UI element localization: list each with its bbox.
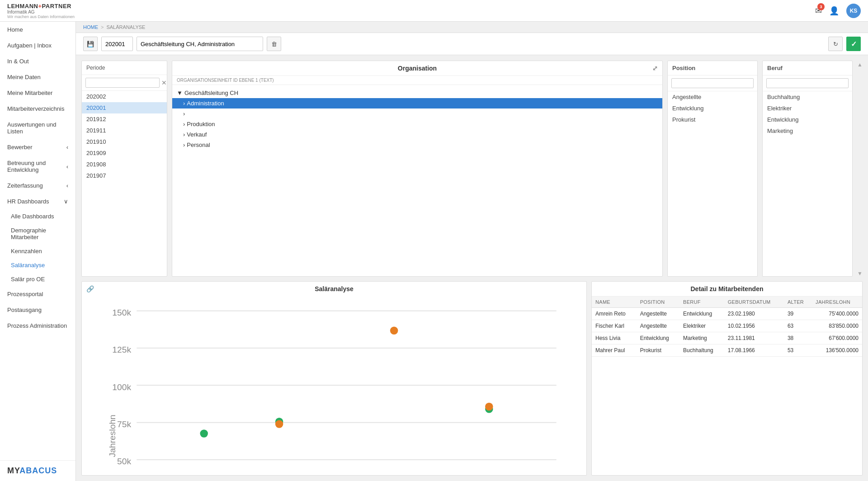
filter-input[interactable] xyxy=(137,37,263,51)
period-input[interactable] xyxy=(101,37,133,51)
org-node-personal[interactable]: › Personal xyxy=(172,140,662,150)
user-menu-button[interactable]: 👤 xyxy=(829,6,839,16)
sidebar-item-prozess-admin[interactable]: Prozess Administration xyxy=(0,318,75,334)
sidebar-item-bewerber[interactable]: Bewerber ‹ xyxy=(0,139,75,155)
sidebar-item-kennzahlen[interactable]: Kennzahlen xyxy=(0,244,75,258)
periode-clear-icon[interactable]: ✕ xyxy=(161,79,167,86)
periode-item[interactable]: 201912 xyxy=(82,113,167,125)
position-header: Position xyxy=(668,61,757,75)
periode-item[interactable]: 201908 xyxy=(82,159,167,170)
position-item-angestellte[interactable]: Angestellte xyxy=(668,91,757,103)
periode-item[interactable]: 201907 xyxy=(82,170,167,181)
user-avatar[interactable]: KS xyxy=(846,4,861,18)
beruf-list: Buchhaltung Elektriker Entwicklung Marke… xyxy=(763,91,852,276)
detail-table: NAME POSITION BERUF GEBURTSDATUM ALTER J… xyxy=(592,297,862,357)
sidebar-item-auswertungen[interactable]: Auswertungen und Listen xyxy=(0,117,75,139)
refresh-button[interactable]: ↻ xyxy=(828,37,843,51)
save-icon-button[interactable]: 💾 xyxy=(83,37,98,51)
org-node-empty[interactable]: › xyxy=(172,108,662,119)
periode-item-selected[interactable]: 202001 xyxy=(82,102,167,113)
chevron-right-icon: › xyxy=(183,110,185,117)
position-panel: Position Angestellte Entwicklung Prokuri… xyxy=(667,61,758,277)
periode-item[interactable]: 201909 xyxy=(82,147,167,159)
periode-item[interactable]: 202002 xyxy=(82,91,167,102)
notifications-button[interactable]: ✉ 3 xyxy=(815,6,822,16)
table-row: Mahrer Paul Prokurist Buchhaltung 17.08.… xyxy=(592,344,862,357)
chevron-right-icon: › xyxy=(183,131,185,138)
cell-position: Angestellte xyxy=(637,320,679,332)
position-list: Angestellte Entwicklung Prokurist xyxy=(668,91,757,276)
sidebar-item-home[interactable]: Home xyxy=(0,22,75,38)
sidebar-item-alle-dashboards[interactable]: Alle Dashboards xyxy=(0,209,75,223)
breadcrumb-home[interactable]: HOME xyxy=(83,24,98,30)
confirm-button[interactable]: ✓ xyxy=(846,37,861,51)
periode-header: Periode xyxy=(82,61,167,75)
cell-jahreslohn: 83'850.0000 xyxy=(812,320,862,332)
delete-button[interactable]: 🗑 xyxy=(267,37,281,51)
chart-title: Saläranalyse xyxy=(82,282,586,296)
header: LEHMANN+PARTNER Informatik AG Wir machen… xyxy=(0,0,868,22)
breadcrumb: HOME > SALÄRANALYSE xyxy=(76,22,868,33)
cell-jahreslohn: 67'600.0000 xyxy=(812,332,862,344)
logo-subtitle: Informatik AG xyxy=(7,9,75,14)
sidebar-item-salar-pro-oe[interactable]: Salär pro OE xyxy=(0,272,75,286)
sidebar-item-prozessportal[interactable]: Prozessportal xyxy=(0,286,75,302)
chevron-down-icon: ∨ xyxy=(64,198,68,205)
table-row: Fischer Karl Angestellte Elektriker 10.0… xyxy=(592,320,862,332)
position-item-prokurist[interactable]: Prokurist xyxy=(668,114,757,125)
expand-icon[interactable]: ⤢ xyxy=(652,65,658,72)
org-search-label: ORGANISATIONSEINHEIT ID EBENE 1 (TEXT) xyxy=(172,75,662,85)
beruf-item-entwicklung[interactable]: Entwicklung xyxy=(763,114,852,125)
position-item-entwicklung[interactable]: Entwicklung xyxy=(668,103,757,114)
beruf-item-elektriker[interactable]: Elektriker xyxy=(763,103,852,114)
scroll-down-button[interactable]: ▼ xyxy=(857,270,863,277)
org-node-administration[interactable]: › Administration xyxy=(172,98,662,108)
detail-panel: Detail zu Mitarbeitenden NAME POSITION B… xyxy=(591,281,863,476)
org-tree: ▼ Geschäftsleitung CH › Administration ›… xyxy=(172,85,662,276)
col-jahreslohn: JAHRESLOHN xyxy=(812,297,862,308)
cell-beruf: Elektriker xyxy=(679,320,724,332)
svg-text:Jahreslohn: Jahreslohn xyxy=(109,415,117,457)
cell-position: Prokurist xyxy=(637,344,679,357)
sidebar-item-postausgang[interactable]: Postausgang xyxy=(0,302,75,318)
sidebar-item-meine-mitarbeiter[interactable]: Meine Mitarbeiter xyxy=(0,85,75,101)
data-point-m-63 xyxy=(485,403,493,411)
cell-name: Fischer Karl xyxy=(592,320,637,332)
sidebar-item-salaranalyse[interactable]: Saläranalyse xyxy=(0,258,75,272)
beruf-item-marketing[interactable]: Marketing xyxy=(763,125,852,137)
org-node-produktion[interactable]: › Produktion xyxy=(172,119,662,129)
chevron-right-icon: › xyxy=(183,141,185,148)
svg-text:100k: 100k xyxy=(112,382,131,392)
link-icon[interactable]: 🔗 xyxy=(86,285,94,292)
data-point-hess xyxy=(200,429,208,438)
sidebar-item-aufgaben[interactable]: Aufgaben | Inbox xyxy=(0,38,75,53)
position-search-input[interactable] xyxy=(671,78,754,88)
sidebar-item-meine-daten[interactable]: Meine Daten xyxy=(0,69,75,85)
periode-item[interactable]: 201910 xyxy=(82,136,167,147)
col-beruf: BERUF xyxy=(679,297,724,308)
col-geburtsdatum: GEBURTSDATUM xyxy=(724,297,784,308)
cell-beruf: Buchhaltung xyxy=(679,344,724,357)
sidebar-item-mitarbeiterverzeichnis[interactable]: Mitarbeiterverzeichnis xyxy=(0,101,75,117)
sidebar-item-in-out[interactable]: In & Out xyxy=(0,53,75,69)
beruf-search xyxy=(763,75,852,91)
cell-name: Hess Livia xyxy=(592,332,637,344)
logo-title: LEHMANN+PARTNER xyxy=(7,3,75,9)
periode-search-input[interactable] xyxy=(85,78,160,88)
sidebar-item-betreuung[interactable]: Betreuung und Entwicklung ‹ xyxy=(0,155,75,178)
sidebar-item-hr-dashboards[interactable]: HR Dashboards ∨ xyxy=(0,193,75,209)
content-area: HOME > SALÄRANALYSE 💾 🗑 ↻ ✓ Periode xyxy=(76,22,868,481)
cell-position: Entwicklung xyxy=(637,332,679,344)
sidebar-item-zeiterfassung[interactable]: Zeiterfassung ‹ xyxy=(0,178,75,193)
beruf-item-buchhaltung[interactable]: Buchhaltung xyxy=(763,91,852,103)
sidebar-item-demographie[interactable]: Demographie Mitarbeiter xyxy=(0,223,75,244)
org-node-geschaeftsleitung[interactable]: ▼ Geschäftsleitung CH xyxy=(172,88,662,98)
periode-item[interactable]: 201911 xyxy=(82,125,167,136)
scatter-chart: 150k 125k 100k 75k 50k 25k 0 xyxy=(109,301,568,481)
cell-alter: 53 xyxy=(784,344,812,357)
scroll-up-button[interactable]: ▲ xyxy=(857,61,863,68)
sidebar-footer: MYABACUS xyxy=(0,460,75,481)
org-node-verkauf[interactable]: › Verkauf xyxy=(172,129,662,140)
chart-header: 🔗 Saläranalyse xyxy=(82,282,586,296)
beruf-search-input[interactable] xyxy=(766,78,849,88)
